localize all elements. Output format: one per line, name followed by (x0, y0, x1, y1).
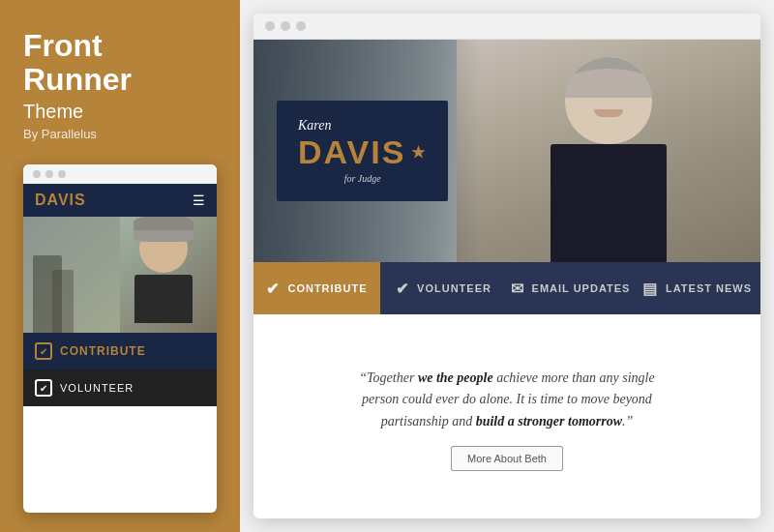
tab-email-updates[interactable]: ✉ EMAIL UPDATES (507, 262, 634, 314)
left-panel: Front Runner Theme By Parallelus DAVIS ☰ (0, 0, 240, 532)
tab-volunteer-label: VOLUNTEER (417, 282, 491, 294)
hamburger-icon[interactable]: ☰ (193, 192, 205, 209)
mobile-dot-1 (33, 170, 41, 178)
quote-bold-1: we the people (418, 370, 493, 385)
tab-contribute[interactable]: ✔ CONTRIBUTE (253, 262, 380, 314)
mobile-brand: DAVIS (35, 192, 86, 209)
tab-latest-news[interactable]: ▤ LATEST NEWS (634, 262, 760, 314)
volunteer-tab-icon: ✔ (396, 280, 409, 298)
volunteer-check-icon: ✔ (35, 379, 52, 397)
hero-photo (457, 40, 760, 262)
tab-news-label: LATEST NEWS (666, 282, 752, 294)
email-tab-icon: ✉ (511, 280, 524, 298)
mobile-volunteer-label: VOLUNTEER (60, 382, 134, 394)
mobile-contribute-label: CONTRIBUTE (60, 344, 146, 358)
quote-section: “Together we the people achieve more tha… (253, 314, 760, 518)
tab-volunteer[interactable]: ✔ VOLUNTEER (380, 262, 507, 314)
browser-dot-3 (296, 21, 306, 31)
news-tab-icon: ▤ (642, 280, 658, 298)
browser-dot-2 (281, 21, 290, 31)
more-about-button[interactable]: More About Beth (451, 446, 563, 471)
mobile-dot-2 (45, 170, 53, 178)
site-hero: Karen DAVIS ★ for Judge (253, 40, 760, 262)
contribute-check-icon: ✔ (35, 342, 52, 360)
tab-contribute-label: CONTRIBUTE (287, 282, 367, 294)
browser-dot-1 (265, 21, 275, 31)
hero-logo-box: Karen DAVIS ★ for Judge (277, 101, 448, 201)
quote-close: .” (622, 414, 633, 429)
theme-title-block: Front Runner Theme By Parallelus (23, 29, 217, 141)
mobile-dot-3 (58, 170, 66, 178)
mobile-contribute-bar[interactable]: ✔ CONTRIBUTE (23, 333, 217, 369)
hero-karen-text: Karen (298, 118, 427, 133)
mobile-mockup: DAVIS ☰ ✔ CONTRIBUTE ✔ VOLUNTEER (23, 164, 217, 513)
browser-window: Karen DAVIS ★ for Judge ✔ CONTRIBUTE ✔ V… (253, 14, 760, 518)
quote-open: “Together (359, 370, 418, 385)
mobile-top-bar (23, 164, 217, 184)
mobile-hero-image (23, 217, 217, 333)
mobile-volunteer-bar[interactable]: ✔ VOLUNTEER (23, 369, 217, 406)
right-panel: Karen DAVIS ★ for Judge ✔ CONTRIBUTE ✔ V… (240, 0, 774, 532)
site-nav-tabs: ✔ CONTRIBUTE ✔ VOLUNTEER ✉ EMAIL UPDATES… (253, 262, 760, 314)
theme-name: Front Runner (23, 29, 217, 97)
browser-bar (253, 14, 760, 40)
quote-text: “Together we the people achieve more tha… (342, 368, 671, 432)
hero-davis-text: DAVIS ★ (298, 133, 427, 171)
hero-star-icon: ★ (411, 143, 427, 162)
mobile-nav: DAVIS ☰ (23, 184, 217, 217)
hero-judge-text: for Judge (298, 173, 427, 184)
tab-email-label: EMAIL UPDATES (532, 282, 631, 294)
contribute-tab-icon: ✔ (266, 280, 280, 298)
quote-bold-2: build a stronger tomorrow (476, 414, 622, 429)
theme-byline: By Parallelus (23, 127, 217, 141)
theme-subtitle: Theme (23, 101, 217, 123)
